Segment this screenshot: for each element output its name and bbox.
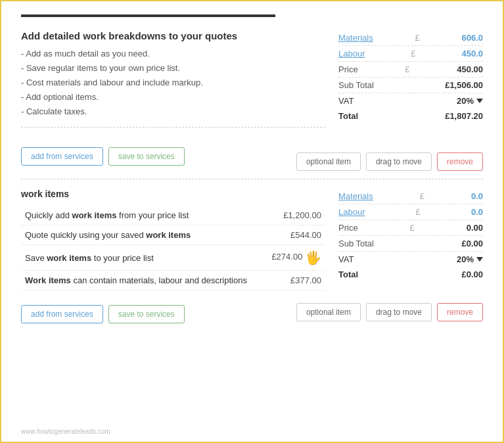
price-label: Price [338, 64, 358, 74]
save-to-services-btn-2[interactable]: save to services [108, 305, 185, 323]
section2-right: Materials £ 0.0 Labour £ 0.0 Price £ 0.0… [338, 189, 483, 291]
optional-item-btn-1[interactable]: optional item [296, 152, 361, 171]
total-value-2: £0.00 [461, 269, 483, 279]
labour-row-2: Labour £ 0.0 [338, 204, 483, 220]
section1-left-actions: add from services save to services [21, 147, 185, 166]
materials-value: 606.0 [461, 33, 483, 43]
section2: work items Quickly add work items from y… [21, 179, 483, 323]
price-label-2: Price [338, 223, 358, 233]
table-row: Quote quickly using your saved work item… [21, 225, 325, 245]
row3-price: £274.00 🖐 [264, 245, 325, 271]
subtotal-label: Sub Total [338, 80, 374, 90]
price-row: Price £ 450.00 [338, 62, 483, 78]
section1-desc: - Add as much detail as you need. - Save… [21, 47, 325, 128]
optional-item-btn-2[interactable]: optional item [296, 303, 361, 321]
save-to-services-btn-1[interactable]: save to services [108, 147, 185, 166]
materials-link-2[interactable]: Materials [338, 191, 373, 201]
page-wrapper: Add detailed work breakdowns to your quo… [0, 0, 504, 443]
subtotal-row-2: Sub Total £0.00 [338, 236, 483, 252]
section1-action-row: add from services save to services optio… [21, 145, 483, 179]
section1-right: Materials £ 606.0 Labour £ 450.0 Price £… [338, 30, 483, 134]
desc-line-4: - Add optional items. [21, 90, 325, 105]
section2-title: work items [21, 189, 325, 199]
vat-row-2: VAT 20% [338, 252, 483, 267]
footer-url: www.howtogenerateleads.com [21, 428, 110, 435]
vat-label: VAT [338, 96, 354, 106]
desc-line-1: - Add as much detail as you need. [21, 47, 325, 61]
materials-value-2: 0.0 [471, 191, 483, 201]
labour-link-2[interactable]: Labour [338, 207, 365, 217]
vat-dropdown-arrow-2[interactable] [476, 257, 483, 262]
vat-label-2: VAT [338, 254, 354, 264]
row4-text: Work items can contain materials, labour… [21, 271, 264, 291]
total-row-2: Total £0.00 [338, 267, 483, 282]
section2-inner: work items Quickly add work items from y… [21, 189, 483, 291]
table-row: Quickly add work items from your price l… [21, 206, 325, 225]
subtotal-value: £1,506.00 [445, 80, 483, 90]
total-label-2: Total [338, 269, 358, 279]
labour-value: 450.0 [461, 49, 483, 58]
section2-right-actions: optional item drag to move remove [296, 303, 483, 321]
total-label: Total [338, 111, 358, 121]
subtotal-label-2: Sub Total [338, 239, 374, 248]
table-row: Work items can contain materials, labour… [21, 271, 325, 291]
row2-text: Quote quickly using your saved work item… [21, 225, 264, 245]
remove-btn-1[interactable]: remove [437, 152, 483, 171]
section2-action-row: add from services save to services optio… [21, 301, 483, 323]
vat-dropdown-arrow[interactable] [476, 99, 483, 103]
desc-line-2: - Save regular items to your own price l… [21, 61, 325, 76]
row1-text: Quickly add work items from your price l… [21, 206, 264, 225]
price-value-2: 0.00 [467, 223, 483, 233]
row2-price: £544.00 [264, 225, 325, 245]
labour-value-2: 0.0 [471, 207, 483, 217]
subtotal-row: Sub Total £1,506.00 [338, 78, 483, 93]
price-value: 450.00 [457, 64, 483, 74]
work-items-table: Quickly add work items from your price l… [21, 206, 325, 291]
materials-row-2: Materials £ 0.0 [338, 189, 483, 204]
vat-row: VAT 20% [338, 93, 483, 108]
row4-price: £377.00 [264, 271, 325, 291]
desc-line-5: - Calculate taxes. [21, 105, 325, 119]
labour-link[interactable]: Labour [338, 49, 365, 58]
total-value: £1,807.20 [445, 111, 483, 121]
section1-right-actions: optional item drag to move remove [296, 152, 483, 171]
section-1: Add detailed work breakdowns to your quo… [21, 30, 483, 134]
vat-select-2[interactable]: 20% [457, 254, 483, 264]
materials-row: Materials £ 606.0 [338, 30, 483, 46]
total-row: Total £1,807.20 [338, 108, 483, 124]
section2-left: work items Quickly add work items from y… [21, 189, 325, 291]
add-from-services-btn-1[interactable]: add from services [21, 147, 103, 166]
cursor-icon: 🖐 [305, 250, 321, 266]
drag-to-move-btn-2[interactable]: drag to move [366, 303, 432, 321]
row1-price: £1,200.00 [264, 206, 325, 225]
subtotal-value-2: £0.00 [461, 239, 483, 248]
top-bar [21, 14, 275, 17]
vat-value-2: 20% [457, 254, 474, 264]
section2-left-actions: add from services save to services [21, 305, 185, 323]
section1-title: Add detailed work breakdowns to your quo… [21, 30, 325, 41]
table-row: Save work items to your price list £274.… [21, 245, 325, 271]
drag-to-move-btn-1[interactable]: drag to move [366, 152, 432, 171]
row3-text: Save work items to your price list [21, 245, 264, 271]
vat-value: 20% [457, 96, 474, 106]
vat-select[interactable]: 20% [457, 96, 483, 106]
labour-row: Labour £ 450.0 [338, 46, 483, 62]
desc-line-3: - Cost materials and labour and include … [21, 76, 325, 90]
price-row-2: Price £ 0.00 [338, 220, 483, 236]
add-from-services-btn-2[interactable]: add from services [21, 305, 103, 323]
remove-btn-2[interactable]: remove [437, 303, 483, 321]
materials-link[interactable]: Materials [338, 33, 373, 43]
section1-left: Add detailed work breakdowns to your quo… [21, 30, 325, 134]
